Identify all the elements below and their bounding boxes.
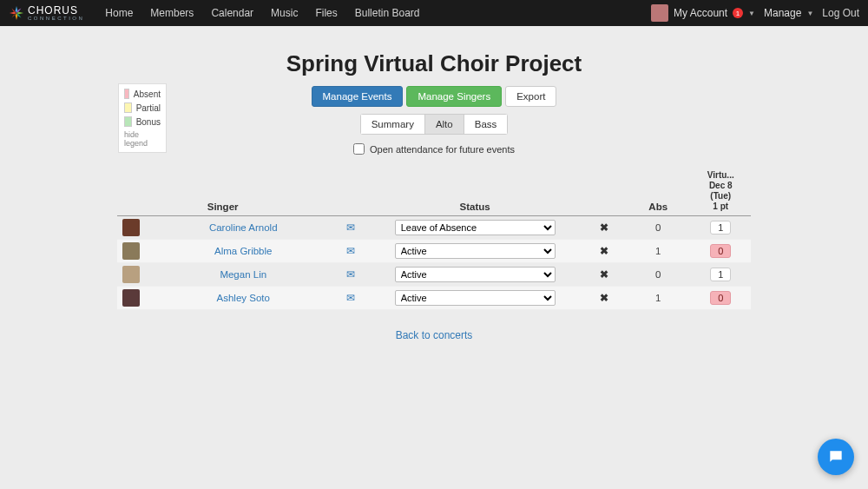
remove-button[interactable]: ✖	[582, 240, 626, 263]
table-row: Megan Lin✉ActiveLeave of Absence✖01	[117, 263, 751, 287]
nav-link-music[interactable]: Music	[262, 0, 306, 26]
singer-link[interactable]: Ashley Soto	[217, 293, 270, 303]
nav-link-bulletin[interactable]: Bulletin Board	[346, 0, 429, 26]
page-title: Spring Virtual Choir Project	[0, 50, 868, 77]
event-date: Dec 8	[695, 181, 746, 191]
table-row: Caroline Arnold✉ActiveLeave of Absence✖0…	[117, 216, 751, 240]
status-select[interactable]: ActiveLeave of Absence	[395, 243, 556, 259]
back-to-concerts-link[interactable]: Back to concerts	[0, 329, 868, 341]
manage-label: Manage	[764, 7, 801, 19]
export-button[interactable]: Export	[505, 86, 556, 107]
manage-events-button[interactable]: Manage Events	[312, 86, 404, 107]
event-name: Virtu...	[695, 170, 746, 181]
tab-bass[interactable]: Bass	[464, 114, 509, 135]
th-event: Virtu... Dec 8 (Tue) 1 pt	[690, 167, 751, 216]
remove-button[interactable]: ✖	[582, 287, 626, 310]
nav-link-calendar[interactable]: Calendar	[202, 0, 262, 26]
singer-link[interactable]: Alma Gribble	[214, 246, 272, 256]
brand-star-icon	[9, 5, 24, 21]
swatch-partial	[124, 102, 132, 113]
legend-bonus-label: Bonus	[136, 117, 161, 127]
chevron-down-icon: ▼	[748, 10, 755, 17]
event-pts: 1 pt	[695, 202, 746, 212]
status-select[interactable]: ActiveLeave of Absence	[395, 290, 556, 306]
avatar-icon	[122, 289, 140, 307]
swatch-bonus	[124, 116, 132, 127]
legend-box: Absent Partial Bonus hide legend	[118, 83, 167, 153]
manage-singers-button[interactable]: Manage Singers	[406, 86, 502, 107]
nav-links: Home Members Calendar Music Files Bullet…	[96, 0, 428, 26]
avatar-icon	[651, 4, 668, 22]
email-icon[interactable]: ✉	[335, 216, 367, 240]
event-day: (Tue)	[695, 191, 746, 202]
avatar-icon	[122, 242, 140, 260]
singer-link[interactable]: Megan Lin	[220, 269, 266, 280]
logout-link[interactable]: Log Out	[822, 0, 859, 26]
status-select[interactable]: ActiveLeave of Absence	[395, 220, 556, 235]
th-singer: Singer	[152, 167, 335, 216]
abs-count: 1	[626, 240, 690, 263]
status-select[interactable]: ActiveLeave of Absence	[395, 267, 556, 282]
avatar-icon	[122, 266, 140, 283]
chat-icon	[827, 448, 845, 466]
th-abs: Abs	[626, 167, 690, 216]
tab-summary[interactable]: Summary	[360, 114, 425, 135]
table-row: Alma Gribble✉ActiveLeave of Absence✖10	[117, 240, 751, 263]
page-content: Absent Partial Bonus hide legend Spring …	[0, 26, 868, 341]
hide-legend-link[interactable]: hide legend	[124, 130, 161, 148]
swatch-absent	[124, 89, 129, 99]
attendance-score-button[interactable]: 1	[710, 268, 731, 281]
navbar: CHORUS CONNECTION Home Members Calendar …	[0, 0, 868, 26]
nav-right: My Account 1 ▼ Manage ▼ Log Out	[651, 0, 859, 26]
legend-absent: Absent	[124, 89, 161, 99]
open-attendance-label: Open attendance for future events	[370, 144, 515, 155]
tab-alto[interactable]: Alto	[425, 114, 464, 135]
brand-text-top: CHORUS	[28, 5, 84, 16]
brand-text-bottom: CONNECTION	[28, 16, 84, 21]
nav-link-files[interactable]: Files	[306, 0, 345, 26]
chevron-down-icon: ▼	[806, 10, 813, 17]
singer-link[interactable]: Caroline Arnold	[209, 222, 278, 233]
nav-link-members[interactable]: Members	[141, 0, 202, 26]
legend-partial: Partial	[124, 102, 161, 113]
abs-count: 0	[626, 263, 690, 287]
remove-button[interactable]: ✖	[582, 216, 626, 240]
account-menu[interactable]: My Account 1 ▼	[651, 4, 755, 22]
abs-count: 0	[626, 216, 690, 240]
legend-partial-label: Partial	[136, 103, 161, 113]
abs-count: 1	[626, 287, 690, 310]
table-row: Ashley Soto✉ActiveLeave of Absence✖10	[117, 287, 751, 310]
account-label: My Account	[674, 7, 727, 19]
manage-menu[interactable]: Manage ▼	[764, 7, 813, 19]
notification-badge: 1	[733, 8, 743, 18]
open-attendance-checkbox[interactable]	[353, 143, 365, 155]
th-status: Status	[367, 167, 582, 216]
email-icon[interactable]: ✉	[335, 263, 367, 287]
attendance-score-button[interactable]: 0	[710, 244, 731, 258]
brand-logo[interactable]: CHORUS CONNECTION	[9, 5, 84, 21]
attendance-score-button[interactable]: 1	[710, 221, 731, 235]
nav-link-home[interactable]: Home	[96, 0, 141, 26]
chat-widget[interactable]	[818, 439, 854, 475]
attendance-score-button[interactable]: 0	[710, 291, 731, 305]
legend-absent-label: Absent	[134, 89, 161, 99]
avatar-icon	[122, 219, 140, 236]
remove-button[interactable]: ✖	[582, 263, 626, 287]
attendance-table: Singer Status Abs Virtu... Dec 8 (Tue) 1…	[117, 167, 751, 310]
email-icon[interactable]: ✉	[335, 287, 367, 310]
email-icon[interactable]: ✉	[335, 240, 367, 263]
legend-bonus: Bonus	[124, 116, 161, 127]
